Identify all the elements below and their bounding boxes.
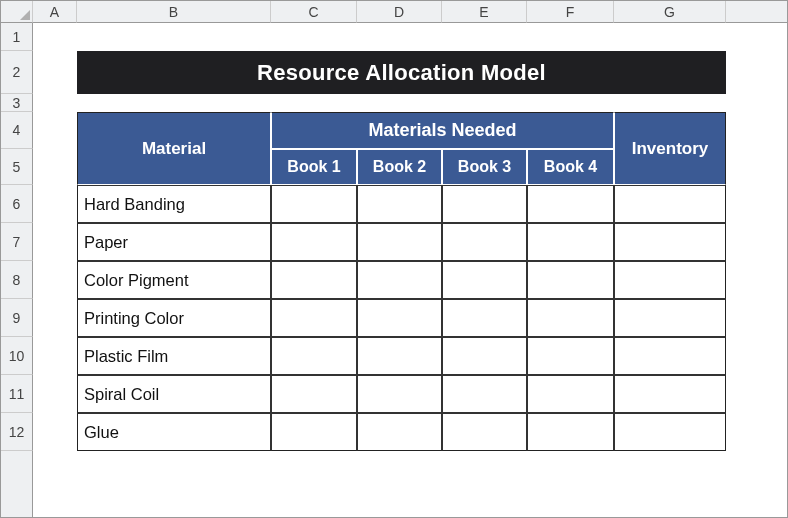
header-book-2: Book 2 [357,149,442,185]
cell[interactable] [271,223,357,261]
cell[interactable] [357,223,442,261]
cell[interactable] [442,413,527,451]
cell-material[interactable]: Color Pigment [77,261,271,299]
cell[interactable] [614,337,726,375]
col-header-G[interactable]: G [614,1,726,23]
cell[interactable] [357,375,442,413]
cell[interactable] [614,375,726,413]
col-header-A[interactable]: A [33,1,77,23]
spreadsheet-grid[interactable]: A B C D E F G 1 2 3 4 5 6 7 8 9 10 11 12… [1,1,787,517]
row-header-8[interactable]: 8 [1,261,33,299]
row-header-1[interactable]: 1 [1,23,33,51]
row-header-7[interactable]: 7 [1,223,33,261]
cell[interactable] [271,375,357,413]
cell[interactable] [527,337,614,375]
cell-material[interactable]: Paper [77,223,271,261]
cell[interactable] [614,223,726,261]
cell[interactable] [271,261,357,299]
header-materials-needed: Materials Needed [271,112,614,149]
row-header-5[interactable]: 5 [1,149,33,185]
col-header-E[interactable]: E [442,1,527,23]
cell[interactable] [527,299,614,337]
row-header-6[interactable]: 6 [1,185,33,223]
cell-material[interactable]: Hard Banding [77,185,271,223]
header-book-1: Book 1 [271,149,357,185]
row-header-12[interactable]: 12 [1,413,33,451]
cell[interactable] [357,413,442,451]
cell[interactable] [527,375,614,413]
cell[interactable] [442,185,527,223]
cell[interactable] [442,261,527,299]
cell-material[interactable]: Printing Color [77,299,271,337]
cell[interactable] [357,185,442,223]
cell[interactable] [357,299,442,337]
cell[interactable] [527,223,614,261]
header-book-4: Book 4 [527,149,614,185]
cell[interactable] [442,223,527,261]
header-book-3: Book 3 [442,149,527,185]
col-header-F[interactable]: F [527,1,614,23]
row-header-10[interactable]: 10 [1,337,33,375]
cell[interactable] [442,299,527,337]
select-all-corner[interactable] [1,1,33,23]
cell[interactable] [357,261,442,299]
cell-material[interactable]: Plastic Film [77,337,271,375]
page-title: Resource Allocation Model [77,51,726,94]
cell[interactable] [271,413,357,451]
row-header-2[interactable]: 2 [1,51,33,94]
cell[interactable] [527,261,614,299]
row-header-blank [1,451,33,517]
col-header-D[interactable]: D [357,1,442,23]
cell-material[interactable]: Spiral Coil [77,375,271,413]
cell[interactable] [271,337,357,375]
row-header-11[interactable]: 11 [1,375,33,413]
cell[interactable] [614,299,726,337]
row-header-9[interactable]: 9 [1,299,33,337]
header-inventory: Inventory [614,112,726,185]
row-header-3[interactable]: 3 [1,94,33,112]
cell[interactable] [271,299,357,337]
cell[interactable] [527,413,614,451]
cell[interactable] [527,185,614,223]
cell[interactable] [357,337,442,375]
cell[interactable] [614,185,726,223]
cell[interactable] [442,375,527,413]
col-header-B[interactable]: B [77,1,271,23]
cell[interactable] [271,185,357,223]
col-header-C[interactable]: C [271,1,357,23]
col-header-blank [726,1,787,23]
cell[interactable] [614,413,726,451]
row-header-4[interactable]: 4 [1,112,33,149]
cell[interactable] [614,261,726,299]
cell-material[interactable]: Glue [77,413,271,451]
header-material: Material [77,112,271,185]
cell[interactable] [442,337,527,375]
